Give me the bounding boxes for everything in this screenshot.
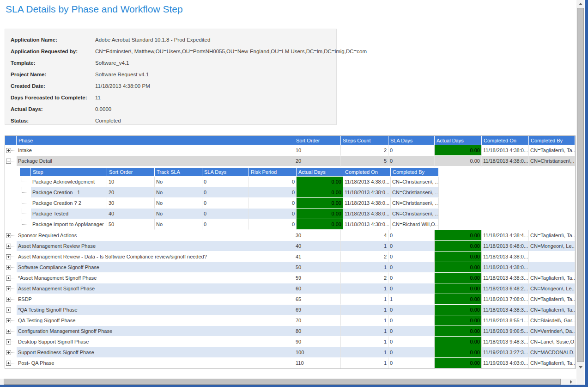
expand-button[interactable] xyxy=(6,297,11,302)
step-name-cell: Package Acknowledgement xyxy=(31,177,107,187)
phase-actual-days-cell: 0.00 xyxy=(435,326,482,337)
step-actual-days-cell: 0.00 xyxy=(297,187,343,198)
tree-cell xyxy=(5,358,17,369)
info-field-value: Software_v4.1 xyxy=(95,60,129,66)
phase-name-cell: Asset Management Review - Data - Is Soft… xyxy=(17,252,294,262)
phase-table: PhaseSort OrderSteps CountSLA DaysActual… xyxy=(5,136,575,369)
phase-completed-by-cell: CN=Lane\, Susie,O... xyxy=(529,337,575,347)
phase-sort-order-cell: 40 xyxy=(294,241,341,252)
phase-row: Software Compliance Signoff Phase50100.0… xyxy=(5,262,575,273)
column-header: Actual Days xyxy=(435,136,482,145)
collapse-button[interactable] xyxy=(6,159,11,164)
step-sla-days-cell: 0 xyxy=(202,209,249,219)
column-header: Actual Days xyxy=(297,168,343,177)
phase-actual-days-cell: 0.00 xyxy=(435,315,482,326)
phase-sort-order-cell: 65 xyxy=(294,294,341,305)
expand-button[interactable] xyxy=(6,286,11,291)
column-header: Risk Period xyxy=(249,168,297,177)
column-header: SLA Days xyxy=(388,136,435,145)
phase-row: *QA Testing Signoff Phase69100.0011/18/2… xyxy=(5,305,575,315)
sla-grid: PhaseSort OrderSteps CountSLA DaysActual… xyxy=(5,135,576,369)
expand-button[interactable] xyxy=(6,350,11,355)
phase-sort-order-cell: 70 xyxy=(294,315,341,326)
phase-completed-on-cell: 11/19/2013 4:03:0... xyxy=(482,358,529,369)
phase-row: Support Readiness Signoff Phase100100.00… xyxy=(5,347,575,358)
header-icon-cell xyxy=(20,168,31,177)
vertical-scrollbar[interactable] xyxy=(576,0,584,385)
phase-row: Configuration Management Signoff Phase80… xyxy=(5,326,575,337)
column-header: Completed By xyxy=(391,168,439,177)
phase-sla-days-cell: 1 xyxy=(388,294,435,305)
column-header: Sort Order xyxy=(294,136,341,145)
tree-dots-icon xyxy=(11,289,15,289)
step-name-cell: Package Creation - 1 xyxy=(31,187,107,198)
step-row: Package Acknowledgement10No000.0011/18/2… xyxy=(20,177,439,187)
vertical-scroll-thumb[interactable] xyxy=(577,8,584,362)
header-icon-cell xyxy=(5,136,17,145)
phase-steps-count-cell: 5 xyxy=(341,156,388,166)
info-field-label: Days Forecasted to Complete: xyxy=(5,92,95,104)
phase-row: QA Testing Signoff Phase70100.0011/18/20… xyxy=(5,315,575,326)
phase-sort-order-cell: 41 xyxy=(294,252,341,262)
step-track-sla-cell: No xyxy=(155,187,202,198)
phase-actual-days-cell: 0.00 xyxy=(435,294,482,305)
expand-button[interactable] xyxy=(6,265,11,270)
tree-cell xyxy=(20,198,31,209)
expand-button[interactable] xyxy=(6,276,11,281)
tree-dots-icon xyxy=(11,310,15,310)
phase-row: Intake10200.0011/18/2013 4:38:0...CN=Tag… xyxy=(5,145,575,156)
info-field: Application Requested by:CN=Edminster\, … xyxy=(5,45,336,56)
scroll-right-button[interactable] xyxy=(567,379,575,385)
expand-button[interactable] xyxy=(6,254,11,259)
phase-steps-count-cell: 1 xyxy=(341,241,388,252)
phase-name-cell: ESDP xyxy=(17,294,294,305)
phase-completed-on-cell: 11/18/2013 9:48:3... xyxy=(482,337,529,347)
phase-name-cell: Sponsor Required Actions xyxy=(17,230,294,241)
scroll-down-button[interactable] xyxy=(576,363,584,371)
phase-completed-on-cell: 11/18/2013 6:48:2... xyxy=(482,283,529,294)
step-header-row: StepSort OrderTrack SLASLA DaysRisk Peri… xyxy=(20,168,439,177)
phase-name-cell: *Asset Management Signoff Phase xyxy=(17,273,294,283)
step-completed-on-cell: 11/18/2013 4:38:0... xyxy=(343,177,391,187)
scroll-up-button[interactable] xyxy=(576,0,584,7)
step-sort-order-cell: 40 xyxy=(107,209,155,219)
expand-button[interactable] xyxy=(6,339,11,344)
phase-actual-days-cell: 0.00 xyxy=(435,241,482,252)
expand-button[interactable] xyxy=(6,244,11,249)
horizontal-scroll-thumb[interactable] xyxy=(4,379,561,385)
expand-button[interactable] xyxy=(6,318,11,323)
phase-completed-by-cell: CN=Tagliaferri\, Ta... xyxy=(529,358,575,369)
step-risk-period-cell: 0 xyxy=(249,187,297,198)
tree-dots-icon xyxy=(11,342,15,342)
phase-completed-by-cell: CN=MACDONALD... xyxy=(529,347,575,358)
tree-dots-icon xyxy=(11,320,15,321)
phase-completed-by-cell: CN=Blaisdell\, Gar... xyxy=(529,315,575,326)
phase-completed-by-cell xyxy=(529,262,575,273)
info-field-label: Application Requested by: xyxy=(5,46,95,57)
expand-button[interactable] xyxy=(6,148,11,153)
phase-sla-days-cell: 0 xyxy=(388,337,435,347)
phase-completed-on-cell: 11/18/2013 4:38:0... xyxy=(482,252,529,262)
step-completed-on-cell: 11/18/2013 4:38:0... xyxy=(343,187,391,198)
horizontal-scrollbar[interactable] xyxy=(0,379,576,385)
info-field-label: Created Date: xyxy=(5,80,95,92)
expand-button[interactable] xyxy=(6,307,11,313)
info-field-label: Project Name: xyxy=(5,69,95,80)
expand-button[interactable] xyxy=(6,329,11,334)
step-sla-days-cell: 0 xyxy=(202,177,249,187)
step-actual-days-cell: 0.00 xyxy=(297,198,343,209)
phase-completed-by-cell: CN=Mongeon\, Le... xyxy=(529,241,575,252)
expand-button[interactable] xyxy=(6,361,11,366)
phase-row: Package Detail20500.0011/18/2013 4:38:0.… xyxy=(5,156,575,166)
phase-sla-days-cell: 0 xyxy=(388,273,435,283)
step-risk-period-cell: 0 xyxy=(249,177,297,187)
step-sort-order-cell: 50 xyxy=(107,219,155,230)
tree-cell xyxy=(5,315,17,326)
tree-dots-icon xyxy=(11,257,15,257)
expand-button[interactable] xyxy=(6,233,11,238)
step-actual-days-cell: 0.00 xyxy=(297,209,343,219)
phase-actual-days-cell: 0.00 xyxy=(435,283,482,294)
step-sla-days-cell: 0 xyxy=(202,219,249,230)
phase-completed-by-cell: CN=Tagliaferri\, Ta... xyxy=(529,305,575,315)
column-header: Sort Order xyxy=(107,168,155,177)
